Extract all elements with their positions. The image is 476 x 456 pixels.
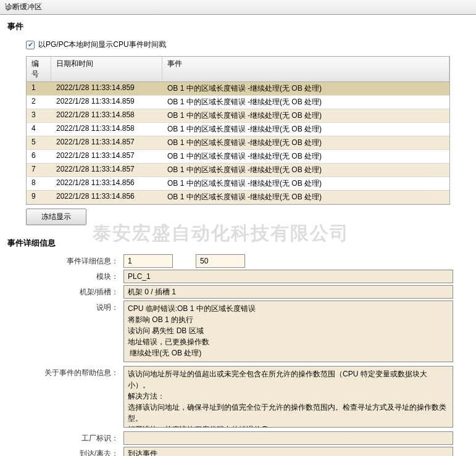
cell-time: 2022/1/28 11:33:14.858 [51, 123, 162, 136]
cell-event: OB 1 中的区域长度错误 -继续处理(无 OB 处理) [162, 177, 449, 190]
table-row[interactable]: 42022/1/28 11:33:14.858OB 1 中的区域长度错误 -继续… [27, 123, 449, 136]
event-info-a-input[interactable] [123, 254, 173, 268]
details-header: 事件详细信息 [0, 231, 476, 252]
label-event-info: 事件详细信息： [7, 254, 123, 268]
cell-time: 2022/1/28 11:33:14.857 [51, 150, 162, 163]
events-header: 事件 [0, 15, 476, 36]
cell-event: OB 1 中的区域长度错误 -继续处理(无 OB 处理) [162, 82, 449, 95]
label-help: 关于事件的帮助信息： [7, 366, 123, 429]
cell-time: 2022/1/28 11:33:14.857 [51, 164, 162, 176]
label-factory: 工厂标识： [7, 431, 123, 445]
cell-idx: 7 [27, 164, 51, 176]
description-textarea[interactable] [123, 301, 453, 362]
table-header: 编号 日期和时间 事件 [27, 57, 449, 82]
label-rack: 机架/插槽： [7, 285, 123, 299]
cell-time: 2022/1/28 11:33:14.856 [51, 191, 162, 204]
rack-input[interactable] [123, 285, 453, 299]
table-row[interactable]: 32022/1/28 11:33:14.858OB 1 中的区域长度错误 -继续… [27, 109, 449, 123]
cell-event: OB 1 中的区域长度错误 -继续处理(无 OB 处理) [162, 150, 449, 163]
cell-event: OB 1 中的区域长度错误 -继续处理(无 OB 处理) [162, 123, 449, 136]
cell-idx: 1 [27, 82, 51, 95]
label-arrive: 到达/离去： [7, 447, 123, 456]
cell-time: 2022/1/28 11:33:14.859 [51, 96, 162, 109]
col-header-time[interactable]: 日期和时间 [51, 57, 162, 81]
pg-pc-time-checkbox[interactable]: ✔ [26, 41, 35, 49]
arrive-input[interactable] [123, 447, 453, 456]
events-table: 编号 日期和时间 事件 12022/1/28 11:33:14.859OB 1 … [26, 56, 450, 205]
help-textarea[interactable] [123, 366, 453, 428]
freeze-display-button[interactable]: 冻结显示 [26, 209, 86, 225]
pg-pc-time-label: 以PG/PC本地时间显示CPU事件时间戳 [38, 39, 166, 50]
cell-idx: 5 [27, 136, 51, 149]
cell-event: OB 1 中的区域长度错误 -继续处理(无 OB 处理) [162, 109, 449, 122]
col-header-event[interactable]: 事件 [162, 57, 449, 81]
cell-time: 2022/1/28 11:33:14.858 [51, 109, 162, 122]
cell-event: OB 1 中的区域长度错误 -继续处理(无 OB 处理) [162, 164, 449, 176]
cell-idx: 4 [27, 123, 51, 136]
cell-event: OB 1 中的区域长度错误 -继续处理(无 OB 处理) [162, 96, 449, 109]
label-description: 说明： [7, 301, 123, 364]
cell-idx: 6 [27, 150, 51, 163]
factory-input[interactable] [123, 431, 453, 445]
cell-time: 2022/1/28 11:33:14.859 [51, 82, 162, 95]
module-input[interactable] [123, 270, 453, 283]
cell-idx: 9 [27, 191, 51, 204]
table-row[interactable]: 12022/1/28 11:33:14.859OB 1 中的区域长度错误 -继续… [27, 82, 449, 96]
label-module: 模块： [7, 270, 123, 283]
cell-idx: 3 [27, 109, 51, 122]
cell-event: OB 1 中的区域长度错误 -继续处理(无 OB 处理) [162, 136, 449, 149]
cell-idx: 8 [27, 177, 51, 190]
table-row[interactable]: 62022/1/28 11:33:14.857OB 1 中的区域长度错误 -继续… [27, 150, 449, 164]
window-title: 诊断缓冲区 [0, 0, 476, 15]
table-row[interactable]: 22022/1/28 11:33:14.859OB 1 中的区域长度错误 -继续… [27, 96, 449, 109]
table-row[interactable]: 72022/1/28 11:33:14.857OB 1 中的区域长度错误 -继续… [27, 164, 449, 177]
table-row[interactable]: 92022/1/28 11:33:14.856OB 1 中的区域长度错误 -继续… [27, 191, 449, 204]
event-info-b-input[interactable] [196, 254, 245, 268]
col-header-idx[interactable]: 编号 [27, 57, 51, 81]
cell-time: 2022/1/28 11:33:14.857 [51, 136, 162, 149]
cell-event: OB 1 中的区域长度错误 -继续处理(无 OB 处理) [162, 191, 449, 204]
table-row[interactable]: 82022/1/28 11:33:14.856OB 1 中的区域长度错误 -继续… [27, 177, 449, 191]
cell-time: 2022/1/28 11:33:14.856 [51, 177, 162, 190]
table-row[interactable]: 52022/1/28 11:33:14.857OB 1 中的区域长度错误 -继续… [27, 136, 449, 150]
cell-idx: 2 [27, 96, 51, 109]
